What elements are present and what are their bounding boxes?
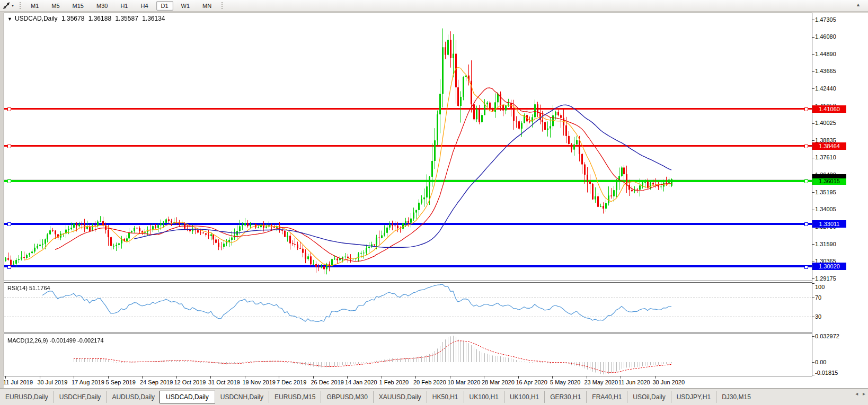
tab-xauusd-daily[interactable]: XAUUSD,Daily [373, 391, 427, 403]
timeframe-button-d1[interactable]: D1 [156, 1, 173, 11]
price-axis-tick [812, 278, 814, 279]
date-axis-tick [415, 376, 416, 379]
tab-usdcad-daily[interactable]: USDCAD,Daily [160, 391, 215, 403]
toolbar-separator [20, 2, 21, 9]
rsi-axis-label: 70 [815, 294, 821, 301]
price-axis-label: 1.37610 [815, 154, 836, 160]
price-axis-label: 1.31590 [815, 241, 836, 247]
rsi-axis-label: 30 [815, 313, 821, 320]
date-axis-tick [40, 376, 40, 379]
rsi-chart-canvas[interactable] [4, 283, 812, 331]
price-axis-label: 1.46080 [815, 33, 836, 40]
macd-chart-canvas[interactable] [4, 334, 812, 375]
toolbar-separator [222, 2, 223, 9]
rsi-label: RSI(14) 51.1764 [7, 285, 50, 291]
rsi-axis-tick [812, 298, 814, 298]
timeframe-button-m5[interactable]: M5 [47, 1, 64, 11]
last-price-marker [812, 174, 846, 178]
tab-eurusd-m15[interactable]: EURUSD,M15 [269, 391, 321, 403]
tab-fra40-h1[interactable]: FRA40,H1 [586, 391, 627, 403]
price-axis-tick [812, 192, 814, 193]
tab-usdcnh-daily[interactable]: USDCNH,Daily [215, 391, 269, 403]
price-level-badge-1.41060: 1.41060 [812, 105, 846, 113]
tab-scroll-left-icon[interactable]: ◂ [855, 391, 858, 397]
date-axis-label: 5 Sep 2019 [106, 379, 136, 385]
macd-axis-tick [812, 375, 814, 375]
ohlc-high: 1.36188 [88, 15, 111, 22]
price-chart-canvas[interactable] [4, 13, 812, 281]
chevron-down-icon[interactable]: ▾ [12, 3, 14, 8]
date-axis-tick [176, 376, 177, 379]
date-axis-label: 1 Feb 2020 [379, 379, 409, 385]
price-axis-tick [812, 54, 814, 55]
macd-label: MACD(12,26,9) -0.001499 -0.002174 [7, 337, 104, 344]
date-axis-label: 23 May 2020 [584, 379, 618, 385]
macd-axis-label: -0.01815 [815, 370, 838, 376]
price-axis-tick [812, 158, 814, 158]
timeframe-button-m30[interactable]: M30 [92, 1, 112, 11]
tab-ger30-h1[interactable]: GER30,H1 [544, 391, 586, 403]
collapse-caret-icon[interactable]: ▼ [7, 16, 12, 22]
price-axis-tick [812, 244, 814, 245]
price-axis-tick [812, 37, 814, 38]
date-axis-tick [279, 376, 279, 379]
date-axis-label: 31 Oct 2019 [208, 379, 240, 385]
price-axis-tick [812, 20, 814, 20]
price-axis-tick [812, 140, 814, 141]
date-axis-label: 5 May 2020 [550, 379, 580, 385]
timeframe-button-h1[interactable]: H1 [116, 1, 132, 11]
price-axis-tick [812, 71, 814, 72]
date-axis-tick [587, 376, 587, 379]
date-axis-tick [450, 376, 450, 379]
date-axis-label: 30 Jun 2020 [653, 379, 685, 385]
date-axis-label: 10 Mar 2020 [448, 379, 481, 385]
ohlc-close: 1.36134 [142, 15, 165, 22]
chart-symbol-label: USDCAD,Daily [15, 15, 58, 22]
tab-dj30-m15[interactable]: DJ30,M15 [716, 391, 756, 403]
scroll-up-icon[interactable]: ▲ [856, 2, 861, 7]
date-axis-tick [142, 376, 143, 379]
chart-tab-bar: EURUSD,DailyUSDCHF,DailyAUDUSD,DailyUSDC… [0, 388, 868, 405]
date-axis-tick [5, 376, 6, 379]
price-level-badge-1.36015: 1.36015 [812, 177, 846, 185]
tab-eurusd-daily[interactable]: EURUSD,Daily [0, 391, 54, 403]
date-axis-tick [518, 376, 519, 379]
price-axis-label: 1.34005 [815, 206, 836, 212]
date-axis-tick [552, 376, 553, 379]
date-axis-label: 11 Jul 2019 [3, 379, 33, 385]
date-axis-tick [245, 376, 245, 379]
price-axis-tick [812, 88, 814, 89]
timeframe-button-w1[interactable]: W1 [176, 1, 195, 11]
price-level-badge-1.33011: 1.33011 [812, 220, 846, 228]
date-axis-label: 17 Aug 2019 [72, 379, 104, 385]
tab-uk100-h1[interactable]: UK100,H1 [504, 391, 544, 403]
price-level-badge-1.30020: 1.30020 [812, 263, 846, 270]
timeframe-toolbar: ▾ M1 M5 M15 M30 H1 H4 D1 W1 MN [0, 0, 868, 12]
ohlc-open: 1.35678 [61, 15, 84, 22]
tab-usdchf-daily[interactable]: USDCHF,Daily [54, 391, 107, 403]
tab-hk50-h1[interactable]: HK50,H1 [427, 391, 464, 403]
timeframe-button-mn[interactable]: MN [198, 1, 216, 11]
rsi-axis-label: 100 [815, 284, 825, 290]
chart-tools-icon[interactable] [2, 2, 11, 10]
tab-usoil-daily[interactable]: USOil,Daily [627, 391, 670, 403]
date-axis-label: 30 Jul 2019 [38, 379, 68, 385]
tab-usdjpy-h1[interactable]: USDJPY,H1 [671, 391, 716, 403]
date-axis-tick [484, 376, 484, 379]
tab-scroll-right-icon[interactable]: ▸ [863, 391, 865, 397]
date-axis-label: 26 Dec 2019 [311, 379, 344, 385]
price-axis-tick [812, 210, 814, 210]
rsi-axis-tick [812, 283, 814, 284]
macd-axis-label: 0.00 [815, 359, 826, 365]
tab-uk100-h1[interactable]: UK100,H1 [464, 391, 504, 403]
timeframe-button-m15[interactable]: M15 [68, 1, 88, 11]
timeframe-button-h4[interactable]: H4 [136, 1, 153, 11]
date-axis-label: 16 Apr 2020 [516, 379, 547, 385]
timeframe-button-m1[interactable]: M1 [26, 1, 43, 11]
date-axis-label: 20 Feb 2020 [413, 379, 446, 385]
tab-gbpusd-m30[interactable]: GBPUSD,M30 [321, 391, 373, 403]
date-axis-tick [382, 376, 382, 379]
tab-audusd-daily[interactable]: AUDUSD,Daily [106, 391, 160, 403]
date-axis-tick [108, 376, 109, 379]
price-axis-label: 1.43665 [815, 68, 836, 74]
